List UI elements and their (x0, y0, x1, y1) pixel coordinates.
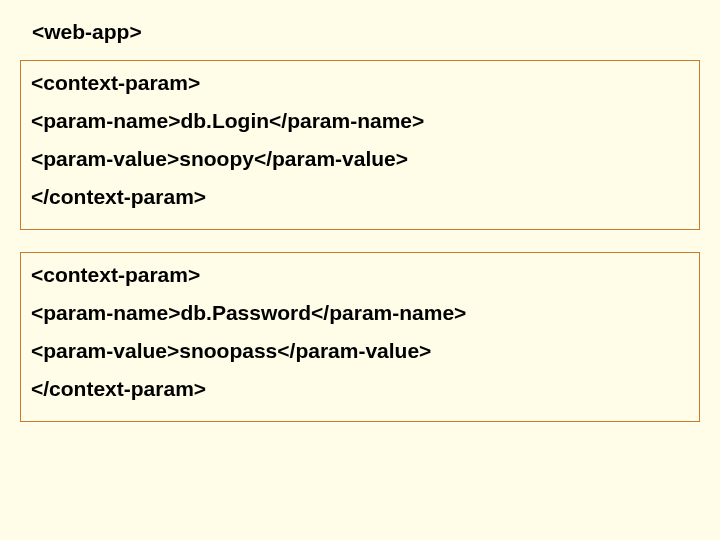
context-param-block-login: <context-param> <param-name>db.Login</pa… (20, 60, 700, 230)
context-param-block-password: <context-param> <param-name>db.Password<… (20, 252, 700, 422)
web-app-open-tag: <web-app> (0, 18, 720, 60)
context-param-open: <context-param> (31, 71, 689, 109)
context-param-open: <context-param> (31, 263, 689, 301)
param-value-password: <param-value>snoopass</param-value> (31, 339, 689, 377)
context-param-close: </context-param> (31, 377, 689, 415)
xml-document: <web-app> <context-param> <param-name>db… (0, 0, 720, 540)
param-name-password: <param-name>db.Password</param-name> (31, 301, 689, 339)
param-value-login: <param-value>snoopy</param-value> (31, 147, 689, 185)
context-param-close: </context-param> (31, 185, 689, 223)
param-name-login: <param-name>db.Login</param-name> (31, 109, 689, 147)
